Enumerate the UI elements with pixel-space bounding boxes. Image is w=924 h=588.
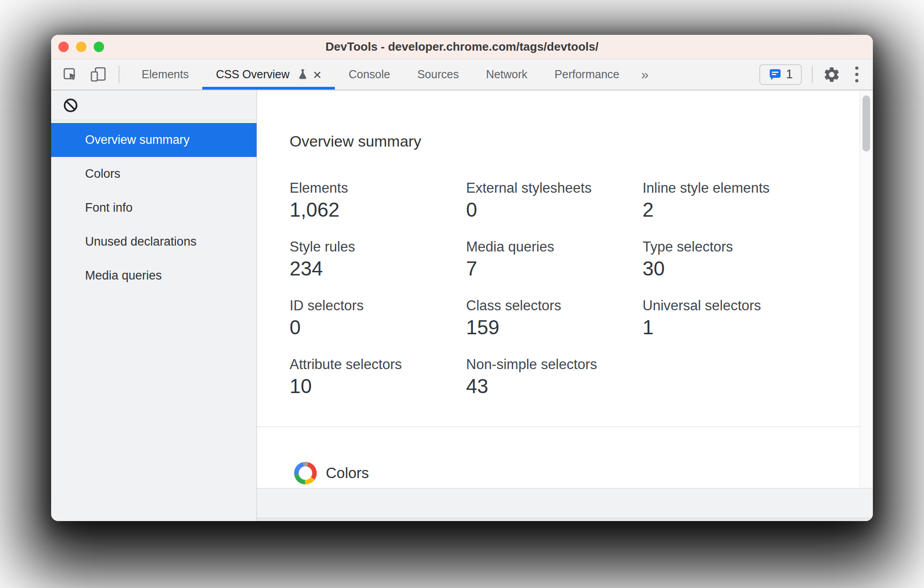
device-toolbar-icon[interactable] [90, 66, 107, 83]
sidebar-item-media-queries[interactable]: Media queries [51, 259, 257, 293]
settings-gear-icon[interactable] [823, 66, 841, 84]
toolbar-separator [812, 66, 813, 83]
sidebar-toolbar [51, 90, 257, 120]
sidebar-item-unused-declarations[interactable]: Unused declarations [51, 225, 257, 259]
window-title: DevTools - developer.chrome.com/tags/dev… [325, 40, 598, 54]
window-bottom-strip [257, 518, 873, 521]
tab-css-overview[interactable]: CSS Overview × [202, 59, 335, 90]
titlebar: DevTools - developer.chrome.com/tags/dev… [51, 35, 873, 59]
customize-menu-icon[interactable] [851, 65, 863, 84]
sidebar-item-overview-summary[interactable]: Overview summary [51, 123, 257, 157]
tab-sources[interactable]: Sources [404, 59, 472, 90]
panel-footer-area [257, 488, 873, 518]
page-title: Overview summary [290, 133, 421, 150]
tab-elements[interactable]: Elements [128, 59, 202, 90]
stat-elements: Elements 1,062 [290, 180, 466, 238]
devtools-toolbar: Elements CSS Overview × Console Sources [51, 59, 873, 90]
experiment-flask-icon [297, 68, 309, 81]
stat-inline-style-elements: Inline style elements 2 [643, 180, 819, 238]
close-window-button[interactable] [58, 42, 69, 52]
issues-button[interactable]: 1 [759, 64, 802, 85]
color-wheel-icon [294, 462, 317, 484]
stat-external-stylesheets: External stylesheets 0 [466, 180, 643, 238]
panel-tabs: Elements CSS Overview × Console Sources [128, 59, 657, 90]
zoom-window-button[interactable] [94, 42, 104, 52]
close-tab-icon[interactable]: × [313, 67, 322, 82]
stat-media-queries: Media queries 7 [466, 238, 643, 297]
more-tabs-chevron-icon[interactable]: » [633, 59, 657, 90]
vertical-scrollbar[interactable] [860, 90, 873, 488]
stat-class-selectors: Class selectors 159 [466, 297, 643, 356]
tab-performance[interactable]: Performance [541, 59, 633, 90]
issues-bubble-icon [768, 68, 782, 81]
issues-count: 1 [786, 67, 793, 81]
inspect-element-icon[interactable] [62, 67, 78, 82]
section-divider [257, 427, 860, 427]
overview-summary-panel: Overview summary Elements 1,062 External… [257, 90, 873, 488]
minimize-window-button[interactable] [76, 42, 86, 52]
css-overview-sidebar: Overview summary Colors Font info Unused… [51, 90, 257, 521]
sidebar-items: Overview summary Colors Font info Unused… [51, 120, 257, 293]
sidebar-item-font-info[interactable]: Font info [51, 191, 257, 225]
clear-overview-icon[interactable] [62, 97, 79, 114]
stat-type-selectors: Type selectors 30 [643, 238, 819, 297]
screenshot-stage: DevTools - developer.chrome.com/tags/dev… [0, 0, 924, 588]
toolbar-separator [119, 66, 119, 83]
colors-section-header: Colors [294, 462, 369, 484]
tab-console[interactable]: Console [335, 59, 404, 90]
stat-non-simple-selectors: Non-simple selectors 43 [466, 356, 643, 415]
colors-section-title: Colors [326, 465, 369, 482]
summary-stats-grid: Elements 1,062 External stylesheets 0 In… [290, 180, 819, 415]
sidebar-item-colors[interactable]: Colors [51, 157, 257, 191]
stat-attribute-selectors: Attribute selectors 10 [290, 356, 466, 415]
stat-id-selectors: ID selectors 0 [290, 297, 466, 356]
main-panel: Overview summary Elements 1,062 External… [257, 90, 873, 521]
stat-universal-selectors: Universal selectors 1 [643, 297, 819, 356]
tab-network[interactable]: Network [472, 59, 541, 90]
traffic-lights [58, 35, 104, 59]
devtools-window: DevTools - developer.chrome.com/tags/dev… [51, 35, 873, 521]
stat-style-rules: Style rules 234 [290, 238, 466, 297]
scrollbar-thumb[interactable] [862, 95, 870, 152]
